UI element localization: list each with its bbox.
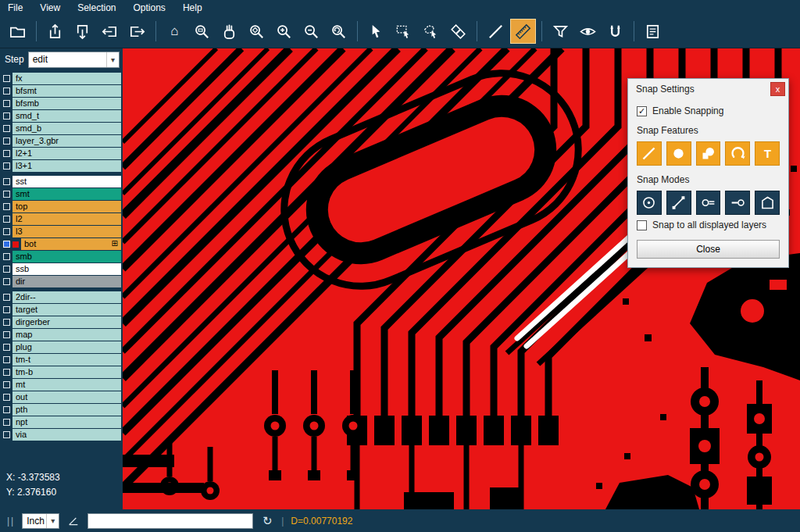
layer-label[interactable]: npt <box>12 416 121 428</box>
mode-contour-button[interactable] <box>755 191 780 215</box>
pan-hand-button[interactable] <box>216 19 242 44</box>
select-pointer-button[interactable] <box>363 19 389 44</box>
line-tool-button[interactable] <box>483 19 509 44</box>
select-layers-button[interactable] <box>445 19 471 44</box>
layer-row-layer_3.gbr[interactable]: layer_3.gbr <box>2 135 121 147</box>
layer-label[interactable]: mt <box>12 379 121 391</box>
zoom-polygon-button[interactable] <box>244 19 270 44</box>
layer-checkbox[interactable] <box>3 241 10 248</box>
ruler-tool-button[interactable] <box>510 19 536 44</box>
grid-icon[interactable]: ⊞ <box>112 238 118 250</box>
snap-all-layers-row[interactable]: Snap to all displayed layers <box>637 220 780 230</box>
layer-row-smt[interactable]: smt <box>2 188 121 200</box>
menu-file[interactable]: File <box>8 2 23 13</box>
layer-checkbox[interactable] <box>3 369 10 376</box>
layer-row-ssb[interactable]: ssb <box>2 263 121 275</box>
enable-snapping-row[interactable]: ✓ Enable Snapping <box>637 105 780 116</box>
layer-checkbox[interactable] <box>3 406 10 413</box>
snap-text-button[interactable] <box>755 141 780 166</box>
mode-slot-b-button[interactable] <box>725 191 750 215</box>
layer-row-out[interactable]: out <box>2 391 121 403</box>
layer-label[interactable]: 2dir-- <box>12 291 121 303</box>
report-list-button[interactable] <box>640 19 666 44</box>
layer-row-l3[interactable]: l3 <box>2 226 121 237</box>
zoom-previous-button[interactable] <box>326 19 352 44</box>
layer-row-map[interactable]: map <box>2 329 121 341</box>
open-folder-button[interactable] <box>5 19 30 44</box>
layer-row-bfsmt[interactable]: bfsmt <box>2 85 121 97</box>
menu-help[interactable]: Help <box>183 2 202 13</box>
mode-slot-a-button[interactable] <box>696 191 721 215</box>
layer-checkbox[interactable] <box>3 100 10 107</box>
layer-label[interactable]: fx <box>12 73 121 84</box>
layer-checkbox[interactable] <box>3 431 10 438</box>
layer-checkbox[interactable] <box>3 75 10 82</box>
layer-row-top[interactable]: top <box>2 201 121 212</box>
enable-snapping-checkbox[interactable]: ✓ <box>637 106 647 116</box>
layer-label[interactable]: smd_b <box>12 123 121 134</box>
pcb-canvas[interactable]: Snap Settings x ✓ Enable Snapping Snap F… <box>123 48 800 509</box>
layer-label[interactable]: bfsmb <box>12 98 121 109</box>
layer-row-l2[interactable]: l2 <box>2 213 121 225</box>
layer-checkbox[interactable] <box>3 203 10 210</box>
layer-row-npt[interactable]: npt <box>2 416 121 428</box>
layer-label[interactable]: l3 <box>12 226 121 237</box>
layer-row-tm-t[interactable]: tm-t <box>2 354 121 366</box>
layer-checkbox[interactable] <box>3 112 10 120</box>
layer-checkbox[interactable] <box>3 216 10 223</box>
snap-surface-button[interactable] <box>696 141 721 166</box>
chevron-down-icon[interactable]: ▾ <box>106 52 119 67</box>
home-button[interactable]: ⌂ <box>162 19 188 44</box>
layer-checkbox[interactable] <box>3 137 10 145</box>
export-right-button[interactable] <box>124 19 150 44</box>
mode-center-button[interactable] <box>637 191 662 215</box>
layer-row-pth[interactable]: pth <box>2 404 121 416</box>
layer-row-dirgerber[interactable]: dirgerber <box>2 316 121 328</box>
layer-row-bfsmb[interactable]: bfsmb <box>2 98 121 109</box>
layer-label[interactable]: plug <box>12 341 121 353</box>
layer-checkbox[interactable] <box>3 266 10 273</box>
layer-checkbox[interactable] <box>3 306 10 313</box>
layer-label[interactable]: top <box>12 201 121 212</box>
zoom-in-button[interactable] <box>271 19 297 44</box>
layer-checkbox[interactable] <box>3 344 10 351</box>
zoom-out-button[interactable] <box>298 19 324 44</box>
layer-label[interactable]: ssb <box>12 263 121 275</box>
layer-label[interactable]: via <box>12 429 121 441</box>
snap-line-button[interactable] <box>637 141 662 166</box>
layer-label[interactable]: smd_t <box>12 110 121 122</box>
command-input[interactable] <box>88 513 253 529</box>
snap-all-layers-checkbox[interactable] <box>637 220 647 230</box>
layer-checkbox[interactable] <box>3 191 10 198</box>
layer-checkbox[interactable] <box>3 319 10 326</box>
layer-row-dir[interactable]: dir <box>2 276 121 287</box>
layer-row-tm-b[interactable]: tm-b <box>2 366 121 378</box>
layer-label[interactable]: smt <box>12 188 121 200</box>
layer-row-smd_b[interactable]: smd_b <box>2 123 121 134</box>
layer-label[interactable]: l2 <box>12 213 121 225</box>
layer-label[interactable]: layer_3.gbr <box>12 135 121 147</box>
layer-row-target[interactable]: target <box>2 304 121 316</box>
layer-row-via[interactable]: via <box>2 429 121 441</box>
menu-selection[interactable]: Selection <box>77 2 116 13</box>
close-icon[interactable]: x <box>770 82 785 96</box>
layer-label[interactable]: pth <box>12 404 121 416</box>
layer-checkbox[interactable] <box>3 87 10 95</box>
layer-checkbox[interactable] <box>3 162 10 170</box>
layer-row-sst[interactable]: sst <box>2 176 121 187</box>
snap-magnet-button[interactable] <box>602 19 628 44</box>
layer-row-mt[interactable]: mt <box>2 379 121 391</box>
layer-label[interactable]: tm-t <box>12 354 121 366</box>
angle-icon[interactable] <box>66 514 80 528</box>
layer-row-smd_t[interactable]: smd_t <box>2 110 121 122</box>
layer-checkbox[interactable] <box>3 253 10 260</box>
layer-checkbox[interactable] <box>3 150 10 157</box>
snap-arc-button[interactable] <box>725 141 750 166</box>
select-rect-button[interactable] <box>391 19 416 44</box>
layer-row-bot[interactable]: bot⊞ <box>2 238 121 250</box>
layer-row-plug[interactable]: plug <box>2 341 121 353</box>
zoom-window-button[interactable] <box>189 19 215 44</box>
layer-label[interactable]: bot⊞ <box>21 238 121 250</box>
layer-checkbox[interactable] <box>3 228 10 235</box>
layer-row-l3+1[interactable]: l3+1 <box>2 160 121 172</box>
